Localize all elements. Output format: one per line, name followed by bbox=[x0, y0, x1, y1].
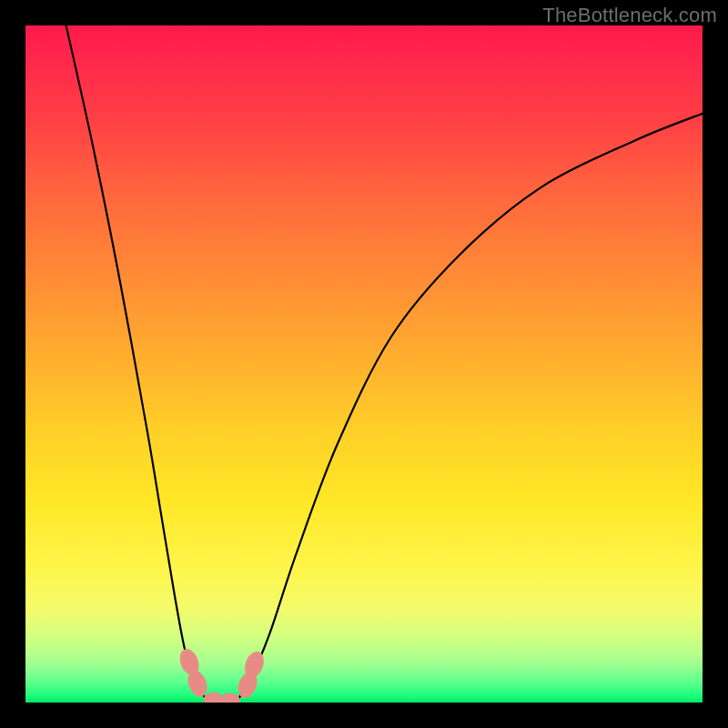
bottom-marker-2 bbox=[220, 693, 240, 703]
chart-frame: TheBottleneck.com bbox=[0, 0, 728, 728]
curve-left-branch bbox=[66, 25, 216, 703]
curve-layer bbox=[25, 25, 703, 703]
plot-area bbox=[25, 25, 703, 703]
curve-right-branch bbox=[236, 114, 703, 703]
watermark-text: TheBottleneck.com bbox=[542, 4, 717, 27]
